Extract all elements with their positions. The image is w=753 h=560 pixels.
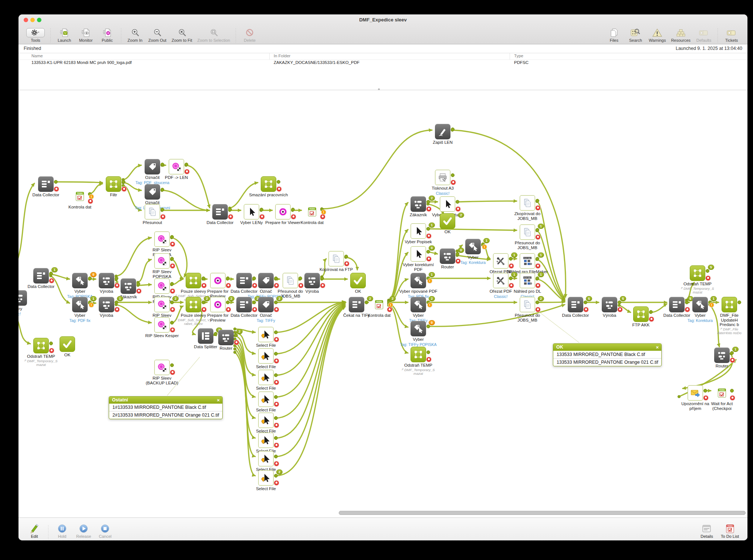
node-wait-for-act[interactable]: TODOWait for Act (Checkpoi bbox=[714, 385, 730, 401]
node-oznac-2[interactable]: OznačTag: TIFFy2 bbox=[258, 297, 274, 312]
node-data-splitter[interactable]: Data Splitter2 bbox=[198, 328, 213, 344]
output-dot[interactable] bbox=[277, 180, 280, 184]
output-dot[interactable] bbox=[274, 395, 278, 399]
column-type[interactable]: Type bbox=[514, 54, 523, 58]
node-vyber-korekturni-pdf[interactable]: Vyber korekturní PDF0 bbox=[411, 246, 426, 262]
flow-canvas[interactable]: Data CollectorTODOKontrola dat!FiltrOzna… bbox=[18, 90, 747, 517]
node-select-file-7[interactable]: Select File bbox=[258, 451, 274, 466]
node-select-file-8[interactable]: Select File2 bbox=[258, 470, 274, 486]
node-rip-kesper[interactable]: RIP Sleev Kesper bbox=[154, 317, 170, 333]
node-zapis-len[interactable]: Zapiš LEN bbox=[435, 124, 450, 139]
node-dcl[interactable]: Data Collector1 bbox=[33, 268, 49, 284]
output-dot[interactable] bbox=[320, 276, 324, 280]
node-dc1[interactable]: Data Collector bbox=[38, 176, 54, 192]
output-dot[interactable] bbox=[274, 474, 278, 478]
node-vyber-korekturni[interactable]: Vyber korekturní bbox=[440, 196, 455, 212]
node-edge-cut[interactable]: éryc! bbox=[18, 290, 27, 306]
node-prepare-preview-2[interactable]: Prepare for Preview2 bbox=[210, 297, 226, 312]
node-ftp-akk[interactable]: FTP AKK bbox=[633, 306, 649, 322]
node-kontrola-dat-3[interactable]: TODOKontrola dat2! bbox=[371, 297, 387, 312]
node-ok-big[interactable]: OK bbox=[350, 273, 366, 288]
node-pouze-sleevy-1[interactable]: Pouze sleevyᴾ DMF_Sub_Select_Vy rabet_Sl… bbox=[186, 273, 201, 288]
output-dot[interactable] bbox=[426, 325, 430, 328]
node-nahled-dl[interactable]: PDF·XMLNáhled pro DLClassic!1 bbox=[520, 273, 535, 288]
node-vyber-leny[interactable]: Vyber LENy bbox=[244, 204, 259, 220]
output-dot[interactable] bbox=[202, 301, 205, 304]
toolbar-tickets-button[interactable]: Tickets bbox=[723, 27, 740, 44]
output-dot[interactable] bbox=[509, 276, 513, 280]
output-dot[interactable] bbox=[344, 255, 348, 258]
horizontal-scrollbar[interactable] bbox=[339, 511, 746, 515]
output-dot[interactable] bbox=[115, 301, 118, 304]
node-pouze-sleevy-2[interactable]: Pouze sleevyᴾ DMF_Sub_Select_Vy rabet_Sl… bbox=[186, 297, 201, 312]
node-select-file-2[interactable]: Select File bbox=[258, 348, 274, 364]
node-presunout-jobs-2[interactable]: Přesunout do JOBS_MB2 bbox=[520, 297, 535, 312]
output-dot[interactable] bbox=[737, 301, 741, 304]
toolbar-launch-button[interactable]: Launch bbox=[56, 27, 72, 44]
output-dot[interactable] bbox=[426, 227, 430, 231]
node-dc2[interactable]: Data Collector bbox=[212, 204, 228, 220]
output-dot[interactable] bbox=[730, 351, 734, 355]
node-orezat-pdf-1[interactable]: Ořezat PDFClassic!1 bbox=[493, 253, 509, 269]
output-dot[interactable] bbox=[365, 301, 368, 304]
node-oznac-1[interactable]: OznačTag: TIFFy POPISKA bbox=[258, 273, 274, 288]
node-zakaznik-1[interactable]: Zákazník2 bbox=[411, 196, 426, 212]
output-dot[interactable] bbox=[456, 200, 459, 204]
output-dot[interactable] bbox=[226, 301, 230, 304]
output-dot[interactable] bbox=[161, 163, 164, 166]
node-prepare-preview-1[interactable]: Prepare for Preview bbox=[210, 273, 226, 288]
output-dot[interactable] bbox=[170, 257, 174, 261]
node-dc4[interactable]: Data Collector2 bbox=[236, 297, 252, 312]
node-prepare-viewer[interactable]: Prepare for Viewer bbox=[275, 204, 291, 220]
output-dot[interactable] bbox=[584, 301, 587, 304]
output-dot[interactable] bbox=[730, 389, 734, 393]
node-cekat-na-tify[interactable]: Čekat na TIFy2 bbox=[349, 297, 364, 312]
output-dot[interactable] bbox=[274, 330, 278, 334]
toolbar-public-button[interactable]: Public bbox=[99, 27, 115, 44]
node-zkopirovat-jobs[interactable]: Zkopírovat do JOBS_MB bbox=[520, 195, 535, 211]
output-dot[interactable] bbox=[274, 416, 278, 420]
node-ok-small[interactable]: OK2 bbox=[440, 213, 455, 229]
node-tisknout-a3[interactable]: Tisknout A3Classic! bbox=[435, 170, 450, 185]
node-filtr[interactable]: Filtr bbox=[106, 176, 121, 192]
output-dot[interactable] bbox=[451, 173, 455, 177]
toolbar-zoom-in-button[interactable]: Zoom In bbox=[127, 27, 143, 44]
node-rip-sleev[interactable]: RIP Sleev2 bbox=[154, 297, 170, 312]
toolbar-resources-button[interactable]: Resources bbox=[671, 27, 690, 44]
node-kontrola-dat-2[interactable]: TODOKontrola dat! bbox=[304, 204, 320, 220]
node-presunout-jobs-3[interactable]: Přesunout do JOBS_MB bbox=[283, 273, 298, 288]
output-dot[interactable] bbox=[54, 180, 58, 184]
column-in-folder[interactable]: In Folder bbox=[274, 54, 290, 58]
node-pdf-len[interactable]: PDF -> LEN bbox=[169, 159, 184, 174]
node-nahled-filemaker[interactable]: PDF·XMLNáhled pro FileMakerClassic!1 bbox=[520, 253, 535, 269]
output-dot[interactable] bbox=[161, 208, 164, 211]
node-select-file-1[interactable]: Select File bbox=[258, 327, 274, 342]
output-dot[interactable] bbox=[536, 199, 539, 203]
node-select-file-6[interactable]: Select File bbox=[258, 432, 274, 448]
output-dot[interactable] bbox=[226, 276, 230, 280]
output-dot[interactable] bbox=[274, 301, 278, 304]
node-ok-left[interactable]: OK bbox=[60, 336, 75, 352]
output-dot[interactable] bbox=[536, 228, 539, 232]
output-dot[interactable] bbox=[426, 350, 430, 354]
node-presunout[interactable]: Přesunout bbox=[145, 204, 160, 220]
output-dot[interactable] bbox=[49, 272, 53, 275]
node-vyroba-2[interactable]: Výroba bbox=[304, 273, 320, 288]
node-vyber-korektura-far[interactable]: VyberTag: Korektura1! bbox=[692, 297, 708, 312]
output-dot[interactable] bbox=[115, 276, 118, 280]
node-router-far[interactable]: Router1 bbox=[714, 347, 730, 363]
output-dot[interactable] bbox=[685, 301, 689, 304]
output-dot[interactable] bbox=[536, 301, 539, 304]
output-dot[interactable] bbox=[298, 276, 302, 280]
output-dot[interactable] bbox=[274, 436, 278, 440]
node-dc3[interactable]: Data Collector bbox=[236, 273, 252, 288]
output-dot[interactable] bbox=[252, 301, 256, 304]
node-vyroba-3[interactable]: Výroba1 bbox=[99, 297, 114, 312]
output-dot[interactable] bbox=[426, 200, 430, 204]
table-row[interactable]: 133533-K1-UPR 62183 Mondi MC pruh 900_lo… bbox=[18, 60, 747, 66]
toolbar-tools-button[interactable]: Tools bbox=[26, 27, 45, 44]
node-oznacit-1[interactable]: OznačitTag: PDF_sloucena bbox=[145, 159, 160, 174]
output-dot[interactable] bbox=[234, 333, 238, 337]
toolbar-files-button[interactable]: Files bbox=[606, 27, 622, 44]
output-dot[interactable] bbox=[185, 163, 188, 166]
